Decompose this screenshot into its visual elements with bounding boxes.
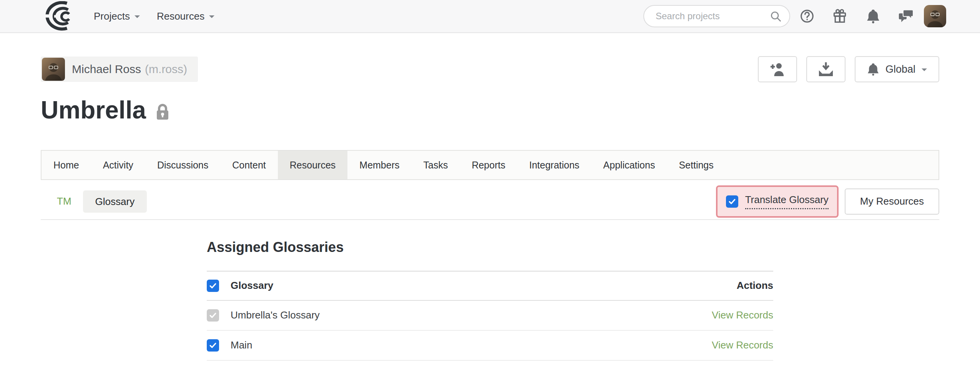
translate-glossary-link[interactable]: Translate Glossary xyxy=(745,194,829,209)
resources-menu-label: Resources xyxy=(157,10,204,22)
glossary-checkbox-disabled xyxy=(207,309,219,322)
glossaries-table-header: Glossary Actions xyxy=(207,271,773,301)
tab-home[interactable]: Home xyxy=(42,151,91,179)
actions-column-header: Actions xyxy=(737,280,773,292)
view-records-link[interactable]: View Records xyxy=(712,339,773,351)
subnav-divider xyxy=(41,219,939,220)
chevron-down-icon xyxy=(209,15,214,21)
owner-avatar xyxy=(42,58,65,81)
user-avatar[interactable] xyxy=(924,5,946,27)
private-project-lock-icon xyxy=(155,103,170,121)
tab-settings[interactable]: Settings xyxy=(667,151,725,179)
resources-menu[interactable]: Resources xyxy=(157,10,214,22)
my-resources-button[interactable]: My Resources xyxy=(845,188,939,215)
subnav-item-tm[interactable]: TM xyxy=(57,195,71,207)
table-row: Main View Records xyxy=(207,331,773,361)
search-input[interactable] xyxy=(655,10,769,22)
search-icon[interactable] xyxy=(769,10,782,22)
download-button[interactable] xyxy=(806,56,845,82)
translate-glossary-checkbox[interactable] xyxy=(726,195,738,208)
tab-discussions[interactable]: Discussions xyxy=(145,151,220,179)
chevron-down-icon xyxy=(922,68,927,74)
glossary-name: Main xyxy=(231,339,712,351)
chevron-down-icon xyxy=(135,15,140,21)
project-actions: Global xyxy=(758,56,939,82)
global-dropdown-label: Global xyxy=(885,63,915,75)
glossary-name: Umbrella's Glossary xyxy=(231,309,712,321)
tab-tasks[interactable]: Tasks xyxy=(412,151,460,179)
tab-reports[interactable]: Reports xyxy=(460,151,517,179)
navbar-icons xyxy=(799,8,914,24)
tab-integrations[interactable]: Integrations xyxy=(517,151,591,179)
tab-applications[interactable]: Applications xyxy=(591,151,667,179)
project-tabbar: Home Activity Discussions Content Resour… xyxy=(41,150,939,180)
subnav-item-glossary[interactable]: Glossary xyxy=(83,190,147,213)
person-add-icon xyxy=(769,62,786,77)
name-column-header: Glossary xyxy=(231,280,737,292)
global-dropdown[interactable]: Global xyxy=(855,56,939,82)
invite-member-button[interactable] xyxy=(758,56,797,82)
notifications-icon[interactable] xyxy=(865,8,881,24)
view-records-link[interactable]: View Records xyxy=(712,309,773,321)
tab-resources[interactable]: Resources xyxy=(278,151,348,179)
owner-username: (m.ross) xyxy=(145,63,187,76)
project-owner-pill[interactable]: Michael Ross (m.ross) xyxy=(41,57,198,82)
gifts-icon[interactable] xyxy=(832,8,848,24)
glossaries-table: Glossary Actions Umbrella's Glossary Vie… xyxy=(207,271,773,361)
translate-glossary-highlight: Translate Glossary xyxy=(716,185,839,218)
my-resources-label: My Resources xyxy=(860,195,924,207)
tab-activity[interactable]: Activity xyxy=(91,151,145,179)
assigned-glossaries-heading: Assigned Glossaries xyxy=(207,239,773,255)
search-box[interactable] xyxy=(643,5,790,27)
resources-subnav: TM Glossary Translate Glossary My Resour… xyxy=(41,185,939,218)
help-icon[interactable] xyxy=(799,8,815,24)
crowdin-logo-icon[interactable] xyxy=(40,1,77,31)
tab-content[interactable]: Content xyxy=(220,151,278,179)
page-title: Umbrella xyxy=(41,94,146,127)
table-row: Umbrella's Glossary View Records xyxy=(207,301,773,331)
top-navbar: Projects Resources xyxy=(0,0,980,33)
messages-icon[interactable] xyxy=(899,8,914,24)
download-tray-icon xyxy=(817,62,834,77)
bell-icon xyxy=(867,63,879,76)
select-all-checkbox[interactable] xyxy=(207,280,219,292)
tab-members[interactable]: Members xyxy=(347,151,411,179)
projects-menu-label: Projects xyxy=(94,10,130,22)
owner-name: Michael Ross xyxy=(72,63,141,76)
projects-menu[interactable]: Projects xyxy=(94,10,140,22)
glossary-checkbox[interactable] xyxy=(207,339,219,352)
